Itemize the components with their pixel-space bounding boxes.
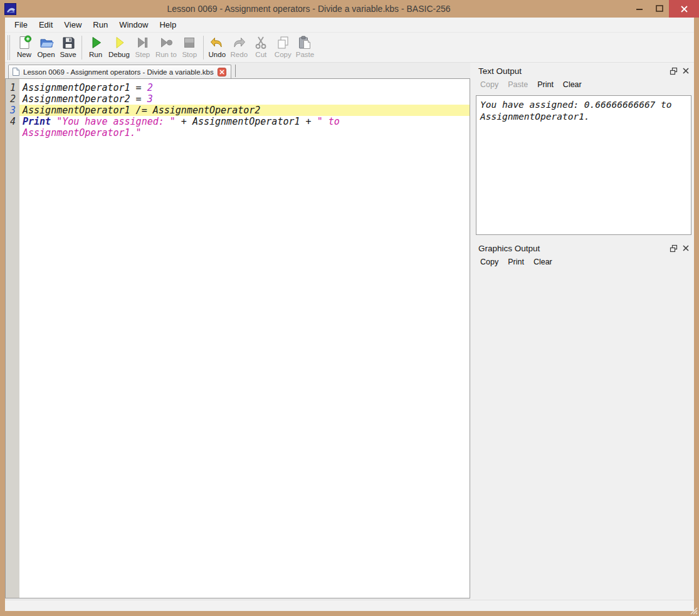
stop-button: Stop [179,34,201,61]
new-icon [16,34,33,51]
clear-panel-button[interactable]: Clear [533,258,552,266]
debug-icon [111,34,127,51]
clear-panel-button[interactable]: Clear [563,80,582,89]
redo-icon [231,34,247,51]
redo-button-label: Redo [231,51,248,58]
close-panel-icon[interactable] [680,243,691,253]
float-panel-icon[interactable] [668,66,679,76]
menu-item-window[interactable]: Window [113,18,154,31]
run-icon [88,34,104,51]
code-text: AssignmentOperator1 /= AssignmentOperato… [19,105,470,116]
close-panel-icon[interactable] [680,66,691,76]
tab-current-file[interactable]: Lesson 0069 - Assignment operators - Div… [8,65,231,78]
text-output-content[interactable]: You have assigned: 0.66666666667 to Assi… [476,95,691,235]
line-number-gutter [6,79,19,598]
paste-panel-button: Paste [508,80,528,89]
copy-panel-button: Copy [480,80,498,89]
close-button[interactable] [669,0,699,18]
line-number: 2 [6,93,19,105]
dock-area: Text Output CopyPastePrintClear You have… [475,63,694,600]
window-title: Lesson 0069 - Assignment operators - Div… [0,0,618,18]
step-icon [134,34,150,51]
tab-close-icon[interactable] [218,68,226,76]
resize-grip-icon[interactable] [688,605,698,615]
open-button[interactable]: Open [35,34,57,61]
menu-item-edit[interactable]: Edit [33,18,58,31]
copy-icon [275,34,291,51]
paste-button-label: Paste [296,51,314,58]
text-output-buttons: CopyPastePrintClear [475,78,694,91]
paste-button: Paste [294,34,316,61]
cut-button-label: Cut [255,51,266,58]
code-editor[interactable]: 1AssignmentOperator1 = 22AssignmentOpera… [5,78,470,598]
graphics-output-title: Graphics Output [478,244,666,253]
print-panel-button[interactable]: Print [508,258,524,266]
copy-panel-button[interactable]: Copy [480,258,498,266]
toolbar: New Open Save Run Debug Step Run to Stop… [5,33,694,63]
run-button-label: Run [89,51,102,58]
undo-icon [209,34,225,51]
code-line: 1AssignmentOperator1 = 2 [6,82,470,93]
code-line: AssignmentOperator1." [6,127,470,138]
toolbar-drag-handle[interactable] [8,35,10,60]
open-button-label: Open [37,51,55,58]
menu-bar: FileEditViewRunWindowHelp [5,18,694,33]
text-output-panel: Text Output CopyPastePrintClear You have… [475,63,694,239]
text-output-header: Text Output [475,63,694,78]
toolbar-buttons: New Open Save Run Debug Step Run to Stop… [13,34,316,61]
stop-button-label: Stop [182,51,197,58]
code-text: AssignmentOperator2 = 3 [19,93,470,105]
tab-divider [235,65,236,77]
open-icon [38,34,55,51]
runto-button: Run to [154,34,179,61]
step-button: Step [132,34,154,61]
copy-button-label: Copy [275,51,292,58]
code-line: 4Print "You have assigned: " + Assignmen… [6,116,470,127]
print-panel-button[interactable]: Print [537,80,554,89]
new-button[interactable]: New [13,34,35,61]
runto-icon [158,34,174,51]
stop-icon [181,34,197,51]
graphics-output-header: Graphics Output [475,240,694,255]
toolbar-separator [81,36,82,60]
line-number: 3 [6,105,19,116]
graphics-output-buttons: CopyPrintClear [475,255,694,269]
debug-button[interactable]: Debug [107,34,132,61]
status-bar [5,600,694,611]
step-button-label: Step [135,51,150,58]
minimize-button[interactable] [630,0,649,18]
save-button[interactable]: Save [57,34,79,61]
paste-icon [297,34,313,51]
code-text: AssignmentOperator1 = 2 [19,82,470,93]
cut-icon [253,34,269,51]
save-button-label: Save [60,51,76,58]
tab-label: Lesson 0069 - Assignment operators - Div… [23,68,214,76]
undo-button[interactable]: Undo [206,34,228,61]
code-text: Print "You have assigned: " + Assignment… [19,116,470,127]
graphics-output-panel: Graphics Output CopyPrintClear [475,240,694,600]
float-panel-icon[interactable] [668,243,679,253]
title-bar: Lesson 0069 - Assignment operators - Div… [0,0,699,18]
runto-button-label: Run to [155,51,177,58]
menu-item-help[interactable]: Help [154,18,182,31]
toolbar-separator [203,36,204,60]
line-number [6,127,19,138]
text-output-title: Text Output [478,66,666,76]
new-button-label: New [17,51,31,58]
debug-button-label: Debug [108,51,130,58]
maximize-button[interactable] [649,0,669,18]
redo-button: Redo [228,34,250,61]
line-number: 4 [6,116,19,127]
menu-item-run[interactable]: Run [87,18,113,31]
code-line: 2AssignmentOperator2 = 3 [6,93,470,105]
code-line: 3AssignmentOperator1 /= AssignmentOperat… [6,105,470,116]
code-text: AssignmentOperator1." [19,127,470,138]
menu-item-view[interactable]: View [58,18,87,31]
undo-button-label: Undo [209,51,226,58]
save-icon [60,34,76,51]
menu-item-file[interactable]: File [9,18,33,31]
copy-button: Copy [272,34,294,61]
line-number: 1 [6,82,19,93]
cut-button: Cut [250,34,272,61]
run-button[interactable]: Run [85,34,107,61]
